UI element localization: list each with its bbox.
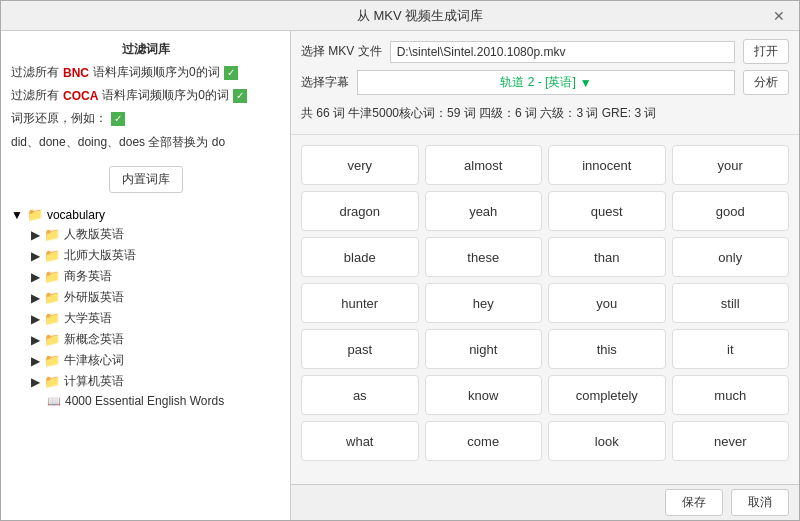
tree-item-label: 北师大版英语 [64, 247, 136, 264]
tree-root[interactable]: ▼ 📁 vocabulary [11, 205, 280, 224]
tree-item-niujinxinci[interactable]: ▶ 📁 牛津核心词 [11, 350, 280, 371]
word-card[interactable]: blade [301, 237, 419, 277]
tree-expand-icon: ▶ [31, 270, 40, 284]
word-card[interactable]: this [548, 329, 666, 369]
tree-expand-icon: ▶ [31, 354, 40, 368]
open-button[interactable]: 打开 [743, 39, 789, 64]
word-card[interactable]: dragon [301, 191, 419, 231]
titlebar: 从 MKV 视频生成词库 ✕ [1, 1, 799, 31]
word-card[interactable]: these [425, 237, 543, 277]
tree-root-label: vocabulary [47, 208, 105, 222]
word-card[interactable]: hey [425, 283, 543, 323]
word-card[interactable]: yeah [425, 191, 543, 231]
filter-lemma-label: 词形还原，例如： [11, 110, 107, 127]
word-card[interactable]: almost [425, 145, 543, 185]
word-card[interactable]: good [672, 191, 790, 231]
filter-bnc-row: 过滤所有 BNC 语料库词频顺序为0的词 [11, 64, 280, 81]
tree-item-label: 计算机英语 [64, 373, 124, 390]
vocab-button[interactable]: 内置词库 [109, 166, 183, 193]
word-card[interactable]: past [301, 329, 419, 369]
bottom-bar: 保存 取消 [291, 484, 799, 520]
tree-item-shangwuyingyu[interactable]: ▶ 📁 商务英语 [11, 266, 280, 287]
select-subtitle-label: 选择字幕 [301, 74, 349, 91]
word-card[interactable]: you [548, 283, 666, 323]
subtitle-dropdown[interactable]: 轨道 2 - [英语] ▼ [357, 70, 735, 95]
filter-coca-post: 语料库词频顺序为0的词 [102, 87, 229, 104]
tree-item-label: 商务英语 [64, 268, 112, 285]
word-card[interactable]: much [672, 375, 790, 415]
word-card[interactable]: never [672, 421, 790, 461]
book-icon: 📖 [47, 395, 61, 408]
file-path-input[interactable] [390, 41, 735, 63]
word-card[interactable]: it [672, 329, 790, 369]
subtitle-value: 轨道 2 - [英语] [500, 74, 575, 91]
word-card[interactable]: as [301, 375, 419, 415]
word-card[interactable]: look [548, 421, 666, 461]
right-top: 选择 MKV 文件 打开 选择字幕 轨道 2 - [英语] ▼ 分析 共 66 … [291, 31, 799, 135]
tree-expand-icon: ▶ [31, 333, 40, 347]
filter-lemma-row: 词形还原，例如： [11, 110, 280, 127]
stats-text: 共 66 词 牛津5000核心词：59 词 四级：6 词 六级：3 词 GRE:… [301, 101, 789, 126]
tree-item-waiyanyingyu[interactable]: ▶ 📁 外研版英语 [11, 287, 280, 308]
folder-icon: 📁 [44, 290, 60, 305]
filter-lemma-checkbox[interactable] [111, 112, 125, 126]
main-content: 过滤词库 过滤所有 BNC 语料库词频顺序为0的词 过滤所有 COCA 语料库词… [1, 31, 799, 520]
tree-leaf-label: 4000 Essential English Words [65, 394, 224, 408]
tree-section: ▼ 📁 vocabulary ▶ 📁 人教版英语 ▶ 📁 北师大版英语 ▶ 📁 [11, 205, 280, 510]
tree-item-label: 新概念英语 [64, 331, 124, 348]
tree-item-beishidaban[interactable]: ▶ 📁 北师大版英语 [11, 245, 280, 266]
tree-expand-icon: ▶ [31, 249, 40, 263]
filter-example-detail: did、done、doing、does 全部替换为 do [11, 133, 280, 152]
word-card[interactable]: what [301, 421, 419, 461]
cancel-button[interactable]: 取消 [731, 489, 789, 516]
filter-bnc-pre: 过滤所有 [11, 64, 59, 81]
word-card[interactable]: very [301, 145, 419, 185]
word-card[interactable]: your [672, 145, 790, 185]
analyze-button[interactable]: 分析 [743, 70, 789, 95]
select-mkv-label: 选择 MKV 文件 [301, 43, 382, 60]
word-card[interactable]: completely [548, 375, 666, 415]
word-card[interactable]: come [425, 421, 543, 461]
folder-icon: 📁 [44, 269, 60, 284]
word-card[interactable]: only [672, 237, 790, 277]
filter-coca-checkbox[interactable] [233, 89, 247, 103]
tree-expand-icon: ▶ [31, 312, 40, 326]
right-panel: 选择 MKV 文件 打开 选择字幕 轨道 2 - [英语] ▼ 分析 共 66 … [291, 31, 799, 520]
folder-collapse-icon: ▼ [11, 208, 23, 222]
filter-coca-row: 过滤所有 COCA 语料库词频顺序为0的词 [11, 87, 280, 104]
mkv-file-row: 选择 MKV 文件 打开 [301, 39, 789, 64]
word-card[interactable]: still [672, 283, 790, 323]
save-button[interactable]: 保存 [665, 489, 723, 516]
tree-item-renjiaoban[interactable]: ▶ 📁 人教版英语 [11, 224, 280, 245]
tree-leaf-4000words[interactable]: 📖 4000 Essential English Words [11, 392, 280, 410]
word-card[interactable]: innocent [548, 145, 666, 185]
close-button[interactable]: ✕ [769, 8, 789, 24]
tree-item-xingainianyingyu[interactable]: ▶ 📁 新概念英语 [11, 329, 280, 350]
filter-bnc-word: BNC [63, 66, 89, 80]
main-window: 从 MKV 视频生成词库 ✕ 过滤词库 过滤所有 BNC 语料库词频顺序为0的词… [0, 0, 800, 521]
word-card[interactable]: quest [548, 191, 666, 231]
folder-icon: 📁 [44, 227, 60, 242]
word-card[interactable]: hunter [301, 283, 419, 323]
folder-icon: 📁 [44, 374, 60, 389]
filter-coca-word: COCA [63, 89, 98, 103]
folder-icon-root: 📁 [27, 207, 43, 222]
word-card[interactable]: night [425, 329, 543, 369]
tree-item-jisuanjiyingyu[interactable]: ▶ 📁 计算机英语 [11, 371, 280, 392]
folder-icon: 📁 [44, 248, 60, 263]
tree-expand-icon: ▶ [31, 228, 40, 242]
word-card[interactable]: know [425, 375, 543, 415]
window-title: 从 MKV 视频生成词库 [71, 7, 769, 25]
filter-bnc-checkbox[interactable] [224, 66, 238, 80]
tree-item-label: 大学英语 [64, 310, 112, 327]
folder-icon: 📁 [44, 353, 60, 368]
filter-section: 过滤词库 过滤所有 BNC 语料库词频顺序为0的词 过滤所有 COCA 语料库词… [11, 41, 280, 160]
tree-item-daxueyingyu[interactable]: ▶ 📁 大学英语 [11, 308, 280, 329]
folder-icon: 📁 [44, 332, 60, 347]
tree-expand-icon: ▶ [31, 291, 40, 305]
dropdown-arrow-icon: ▼ [580, 76, 592, 90]
word-card[interactable]: than [548, 237, 666, 277]
subtitle-row: 选择字幕 轨道 2 - [英语] ▼ 分析 [301, 70, 789, 95]
tree-expand-icon: ▶ [31, 375, 40, 389]
folder-icon: 📁 [44, 311, 60, 326]
